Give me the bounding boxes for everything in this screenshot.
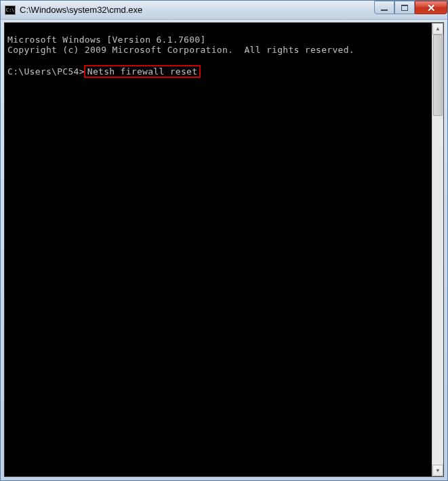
minimize-button[interactable] (374, 1, 394, 14)
window-title: C:\Windows\system32\cmd.exe (20, 5, 142, 15)
terminal-output[interactable]: Microsoft Windows [Version 6.1.7600]Copy… (5, 23, 432, 476)
window-controls: ✕ (374, 1, 447, 14)
close-button[interactable]: ✕ (415, 1, 447, 14)
command-text[interactable]: Netsh firewall reset (87, 66, 198, 77)
maximize-button[interactable] (394, 1, 415, 14)
scroll-down-button[interactable]: ▼ (432, 465, 443, 476)
output-line: Microsoft Windows [Version 6.1.7600] (7, 35, 429, 45)
prompt-line: C:\Users\PC54>Netsh firewall reset (7, 65, 429, 78)
output-line: Copyright (c) 2009 Microsoft Corporation… (7, 45, 429, 55)
minimize-icon (381, 9, 388, 11)
command-highlight: Netsh firewall reset (84, 65, 201, 78)
scroll-up-button[interactable]: ▲ (432, 23, 443, 35)
scroll-thumb[interactable] (433, 35, 443, 116)
terminal-frame: Microsoft Windows [Version 6.1.7600]Copy… (1, 20, 447, 480)
vertical-scrollbar[interactable]: ▲ ▼ (432, 23, 443, 476)
maximize-icon (401, 5, 408, 11)
close-icon: ✕ (427, 3, 436, 13)
prompt-text: C:\Users\PC54> (7, 66, 85, 77)
titlebar[interactable]: C:\ C:\Windows\system32\cmd.exe ✕ (1, 1, 447, 20)
scroll-track[interactable] (432, 35, 443, 465)
cmd-icon: C:\ (5, 5, 16, 15)
terminal[interactable]: Microsoft Windows [Version 6.1.7600]Copy… (4, 22, 444, 477)
cmd-window: C:\ C:\Windows\system32\cmd.exe ✕ Micros… (0, 0, 448, 481)
